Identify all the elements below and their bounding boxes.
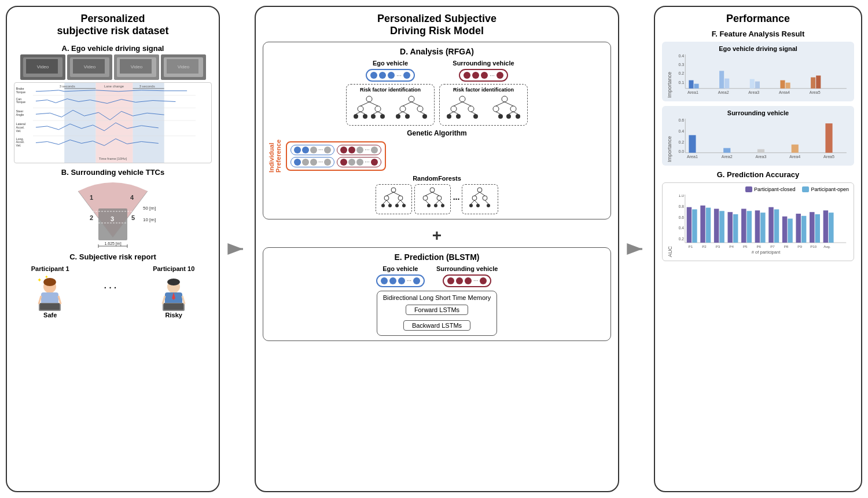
svg-line-99 [420,112,425,114]
svg-line-72 [163,296,165,304]
tree2 [391,94,432,123]
svg-rect-223 [823,210,828,243]
svg-line-156 [485,200,488,204]
auc-bar-area: 1.0 0.8 0.6 0.4 0.2 [674,195,849,257]
svg-point-90 [400,106,406,112]
surrounding-dots-row: ··· [459,69,507,82]
blstm-ego-dots: ··· [376,274,425,287]
svg-line-64 [39,296,41,304]
individual-pref-wrapper: ··· ··· [286,141,386,171]
backward-label: Backward LSTMs [412,322,462,329]
svg-rect-203 [687,207,692,243]
video-frame-1: Video [20,54,65,80]
svg-text:0.3: 0.3 [678,63,684,67]
svg-text:0.1: 0.1 [678,80,684,85]
ego-risk-factor-box: Risk factor identification [346,84,435,126]
svg-text:1.0: 1.0 [679,195,684,197]
svg-text:3 seconds: 3 seconds [60,85,75,88]
svg-point-101 [451,106,457,112]
video-frame-4: Video [161,54,206,80]
svg-text:Area4: Area4 [779,90,790,95]
svg-point-91 [417,106,423,112]
plus-symbol: + [263,226,611,245]
svg-text:Video: Video [83,64,95,69]
svg-text:Area1: Area1 [687,90,698,95]
ego-feature-chart: Ego vehicle driving signal Importance 0.… [662,42,854,101]
svg-point-125 [381,204,385,207]
surr-risk-factor-box: Risk factor identification [439,84,528,126]
svg-point-89 [409,96,414,102]
svg-rect-41 [98,208,127,240]
svg-line-97 [398,112,403,114]
pb6 [302,159,309,166]
pm3 [356,147,363,153]
svg-rect-186 [689,135,696,152]
signal-chart: Brake Torque Can Torque Steer Angle Late… [14,82,212,163]
surr-y-axis: Importance [667,124,672,162]
surrounding-vehicle-group: Surrounding vehicle ··· Risk factor iden… [439,60,528,126]
svg-text:0.6: 0.6 [678,119,684,123]
dots-separator: ··· [104,280,119,294]
svg-line-144 [436,200,439,204]
svg-rect-190 [825,123,832,153]
svg-point-139 [434,204,437,207]
svg-text:P4: P4 [729,244,734,248]
section-g-title: G. Prediction Accuracy [662,170,854,179]
svg-text:Avg.: Avg. [823,244,830,248]
svg-text:P6: P6 [757,244,762,248]
svg-point-151 [487,204,490,207]
svg-line-121 [513,112,518,114]
svg-rect-18 [133,83,164,163]
svg-point-100 [459,96,465,102]
svg-text:0.0: 0.0 [678,149,684,154]
pb1 [294,147,301,153]
svg-point-103 [447,114,451,119]
svg-point-140 [441,204,444,207]
participants-row: Participant 1 ✦ ✦ [14,265,212,318]
svg-text:Area5: Area5 [810,90,821,95]
panel-model: Personalized SubjectiveDriving Risk Mode… [255,6,619,492]
svg-rect-211 [741,208,746,243]
svg-rect-206 [706,207,711,242]
svg-point-82 [380,114,385,119]
svg-line-83 [361,102,369,106]
svg-text:0.2: 0.2 [679,237,684,241]
ego-bar-area: 0.4 0.3 0.2 0.1 [674,54,849,98]
svg-point-116 [516,114,520,119]
svg-text:Area3: Area3 [748,90,759,95]
svg-point-60 [43,278,56,286]
surrounding-feature-chart: Surrounding vehicle Importance 0.6 0.4 0… [662,106,854,166]
pref-maroon-1: ··· [337,145,381,155]
svg-line-134 [400,200,404,204]
svg-rect-208 [719,211,724,243]
svg-rect-222 [815,214,819,243]
svg-text:Area2: Area2 [718,90,729,95]
svg-line-84 [369,102,378,106]
legend-open-color [802,186,809,192]
svg-text:P8: P8 [784,244,789,248]
svg-rect-220 [801,216,806,243]
blstm-label: Bidirectional Long Short Time Memory [383,294,491,301]
svg-text:Video: Video [130,64,142,69]
svg-point-135 [430,188,435,192]
svg-text:4: 4 [130,194,134,201]
rf-tree-3 [462,184,498,214]
auc-chart-container: AUC 1.0 0.8 0.6 0.4 0.2 [667,195,849,257]
surrounding-chart-container: Importance 0.6 0.4 0.2 0.0 [667,119,849,162]
pb5 [294,159,301,166]
ego-trees [349,94,432,123]
svg-rect-166 [694,84,698,89]
svg-point-104 [456,114,461,119]
svg-point-94 [422,114,427,119]
svg-point-146 [477,188,482,192]
legend-closed-label: Participant-closed [754,186,796,192]
svg-point-136 [423,196,428,200]
pm6 [348,159,355,166]
svg-text:P1: P1 [689,244,693,248]
svg-rect-16 [64,83,95,163]
svg-point-137 [437,196,442,200]
svg-line-86 [361,112,365,114]
pm2 [348,147,355,153]
svg-text:1.625 [m]: 1.625 [m] [104,241,121,246]
svg-line-152 [475,192,480,196]
